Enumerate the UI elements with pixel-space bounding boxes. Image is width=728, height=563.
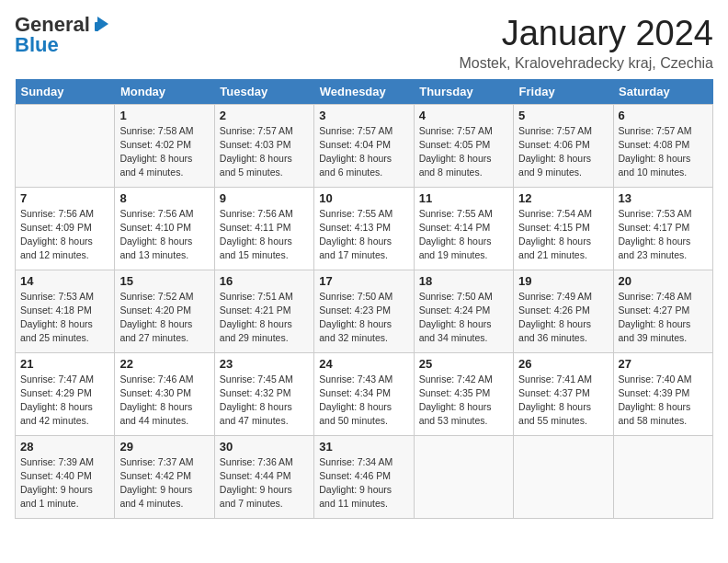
logo-icon — [92, 15, 112, 35]
day-number: 1 — [119, 109, 209, 122]
day-number: 20 — [619, 274, 708, 288]
week-row-5: 28Sunrise: 7:39 AMSunset: 4:40 PMDayligh… — [16, 435, 713, 518]
title-block: January 2024 Mostek, Kralovehradecky kra… — [459, 15, 713, 72]
day-info: Sunrise: 7:56 AMSunset: 4:10 PMDaylight:… — [119, 207, 209, 263]
weekday-header-saturday: Saturday — [613, 79, 712, 105]
day-number: 22 — [119, 357, 209, 371]
day-info: Sunrise: 7:57 AMSunset: 4:08 PMDaylight:… — [619, 124, 708, 180]
day-info: Sunrise: 7:40 AMSunset: 4:39 PMDaylight:… — [619, 373, 708, 429]
day-cell: 9Sunrise: 7:56 AMSunset: 4:11 PMDaylight… — [214, 187, 313, 270]
week-row-1: 1Sunrise: 7:58 AMSunset: 4:02 PMDaylight… — [16, 104, 713, 187]
day-number: 27 — [619, 357, 708, 371]
day-cell: 25Sunrise: 7:42 AMSunset: 4:35 PMDayligh… — [414, 352, 513, 435]
day-cell: 15Sunrise: 7:52 AMSunset: 4:20 PMDayligh… — [115, 270, 214, 352]
day-info: Sunrise: 7:54 AMSunset: 4:15 PMDaylight:… — [518, 207, 608, 263]
day-cell: 7Sunrise: 7:56 AMSunset: 4:09 PMDaylight… — [16, 187, 115, 270]
svg-marker-0 — [97, 17, 108, 31]
week-row-4: 21Sunrise: 7:47 AMSunset: 4:29 PMDayligh… — [16, 352, 713, 435]
day-number: 6 — [619, 109, 708, 122]
logo: General Blue — [15, 15, 112, 55]
day-info: Sunrise: 7:42 AMSunset: 4:35 PMDaylight:… — [419, 373, 508, 429]
weekday-header-sunday: Sunday — [16, 79, 115, 105]
day-cell: 10Sunrise: 7:55 AMSunset: 4:13 PMDayligh… — [314, 187, 414, 270]
day-cell — [16, 104, 115, 187]
day-info: Sunrise: 7:48 AMSunset: 4:27 PMDaylight:… — [619, 290, 708, 346]
logo-general-text: General — [15, 15, 90, 35]
day-number: 23 — [220, 357, 309, 371]
day-cell: 27Sunrise: 7:40 AMSunset: 4:39 PMDayligh… — [613, 352, 712, 435]
day-info: Sunrise: 7:50 AMSunset: 4:23 PMDaylight:… — [319, 290, 408, 346]
day-info: Sunrise: 7:43 AMSunset: 4:34 PMDaylight:… — [319, 373, 408, 429]
day-cell — [613, 435, 712, 518]
day-number: 8 — [119, 191, 209, 205]
day-number: 5 — [518, 109, 608, 122]
day-cell: 12Sunrise: 7:54 AMSunset: 4:15 PMDayligh… — [514, 187, 613, 270]
day-number: 2 — [220, 109, 309, 122]
logo-blue-text: Blue — [15, 35, 59, 55]
calendar-header: SundayMondayTuesdayWednesdayThursdayFrid… — [16, 79, 713, 105]
day-info: Sunrise: 7:41 AMSunset: 4:37 PMDaylight:… — [518, 373, 608, 429]
day-cell: 18Sunrise: 7:50 AMSunset: 4:24 PMDayligh… — [414, 270, 513, 352]
day-info: Sunrise: 7:53 AMSunset: 4:18 PMDaylight:… — [20, 290, 109, 346]
day-info: Sunrise: 7:46 AMSunset: 4:30 PMDaylight:… — [119, 373, 209, 429]
day-cell: 1Sunrise: 7:58 AMSunset: 4:02 PMDaylight… — [115, 104, 214, 187]
day-number: 24 — [319, 357, 408, 371]
day-number: 31 — [319, 440, 408, 454]
day-cell: 21Sunrise: 7:47 AMSunset: 4:29 PMDayligh… — [16, 352, 115, 435]
calendar-table: SundayMondayTuesdayWednesdayThursdayFrid… — [15, 79, 713, 519]
day-number: 11 — [419, 191, 508, 205]
day-cell: 8Sunrise: 7:56 AMSunset: 4:10 PMDaylight… — [115, 187, 214, 270]
day-cell: 19Sunrise: 7:49 AMSunset: 4:26 PMDayligh… — [514, 270, 613, 352]
day-cell — [414, 435, 513, 518]
svg-rect-1 — [95, 22, 98, 31]
day-number: 4 — [419, 109, 508, 122]
day-cell: 24Sunrise: 7:43 AMSunset: 4:34 PMDayligh… — [314, 352, 414, 435]
day-cell: 22Sunrise: 7:46 AMSunset: 4:30 PMDayligh… — [115, 352, 214, 435]
weekday-header-thursday: Thursday — [414, 79, 513, 105]
day-cell: 3Sunrise: 7:57 AMSunset: 4:04 PMDaylight… — [314, 104, 414, 187]
day-info: Sunrise: 7:51 AMSunset: 4:21 PMDaylight:… — [220, 290, 309, 346]
day-number: 18 — [419, 274, 508, 288]
day-number: 30 — [220, 440, 309, 454]
day-info: Sunrise: 7:49 AMSunset: 4:26 PMDaylight:… — [518, 290, 608, 346]
day-info: Sunrise: 7:57 AMSunset: 4:03 PMDaylight:… — [220, 124, 309, 180]
weekday-header-tuesday: Tuesday — [214, 79, 313, 105]
week-row-2: 7Sunrise: 7:56 AMSunset: 4:09 PMDaylight… — [16, 187, 713, 270]
day-cell — [514, 435, 613, 518]
day-cell: 20Sunrise: 7:48 AMSunset: 4:27 PMDayligh… — [613, 270, 712, 352]
day-info: Sunrise: 7:55 AMSunset: 4:14 PMDaylight:… — [419, 207, 508, 263]
day-cell: 17Sunrise: 7:50 AMSunset: 4:23 PMDayligh… — [314, 270, 414, 352]
day-number: 28 — [20, 440, 109, 454]
day-info: Sunrise: 7:34 AMSunset: 4:46 PMDaylight:… — [319, 455, 408, 511]
day-info: Sunrise: 7:57 AMSunset: 4:04 PMDaylight:… — [319, 124, 408, 180]
day-info: Sunrise: 7:58 AMSunset: 4:02 PMDaylight:… — [119, 124, 209, 180]
day-number: 12 — [518, 191, 608, 205]
day-info: Sunrise: 7:57 AMSunset: 4:05 PMDaylight:… — [419, 124, 508, 180]
day-number: 26 — [518, 357, 608, 371]
day-info: Sunrise: 7:36 AMSunset: 4:44 PMDaylight:… — [220, 455, 309, 511]
day-cell: 5Sunrise: 7:57 AMSunset: 4:06 PMDaylight… — [514, 104, 613, 187]
calendar-subtitle: Mostek, Kralovehradecky kraj, Czechia — [459, 55, 713, 72]
day-info: Sunrise: 7:53 AMSunset: 4:17 PMDaylight:… — [619, 207, 708, 263]
day-number: 14 — [20, 274, 109, 288]
day-info: Sunrise: 7:56 AMSunset: 4:11 PMDaylight:… — [220, 207, 309, 263]
day-number: 9 — [220, 191, 309, 205]
day-cell: 16Sunrise: 7:51 AMSunset: 4:21 PMDayligh… — [214, 270, 313, 352]
day-cell: 30Sunrise: 7:36 AMSunset: 4:44 PMDayligh… — [214, 435, 313, 518]
day-cell: 4Sunrise: 7:57 AMSunset: 4:05 PMDaylight… — [414, 104, 513, 187]
weekday-header-row: SundayMondayTuesdayWednesdayThursdayFrid… — [16, 79, 713, 105]
day-cell: 13Sunrise: 7:53 AMSunset: 4:17 PMDayligh… — [613, 187, 712, 270]
day-cell: 29Sunrise: 7:37 AMSunset: 4:42 PMDayligh… — [115, 435, 214, 518]
weekday-header-friday: Friday — [514, 79, 613, 105]
day-cell: 6Sunrise: 7:57 AMSunset: 4:08 PMDaylight… — [613, 104, 712, 187]
week-row-3: 14Sunrise: 7:53 AMSunset: 4:18 PMDayligh… — [16, 270, 713, 352]
day-number: 17 — [319, 274, 408, 288]
day-cell: 2Sunrise: 7:57 AMSunset: 4:03 PMDaylight… — [214, 104, 313, 187]
day-info: Sunrise: 7:47 AMSunset: 4:29 PMDaylight:… — [20, 373, 109, 429]
day-number: 16 — [220, 274, 309, 288]
weekday-header-wednesday: Wednesday — [314, 79, 414, 105]
day-info: Sunrise: 7:52 AMSunset: 4:20 PMDaylight:… — [119, 290, 209, 346]
day-number: 10 — [319, 191, 408, 205]
day-info: Sunrise: 7:57 AMSunset: 4:06 PMDaylight:… — [518, 124, 608, 180]
day-cell: 23Sunrise: 7:45 AMSunset: 4:32 PMDayligh… — [214, 352, 313, 435]
